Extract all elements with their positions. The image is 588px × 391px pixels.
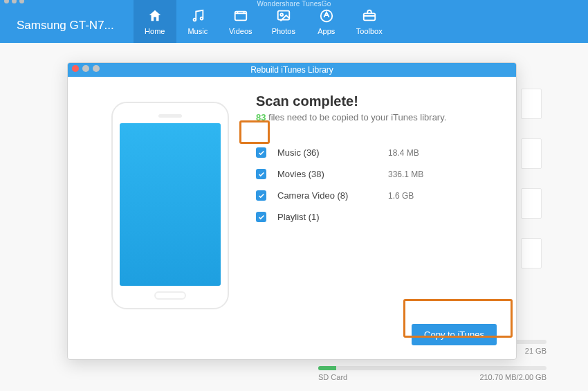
tab-music[interactable]: Music bbox=[176, 0, 219, 43]
item-label: Music (36) bbox=[277, 147, 388, 158]
bg-panel bbox=[521, 238, 542, 269]
bg-panel bbox=[521, 138, 542, 169]
tab-toolbox[interactable]: Toolbox bbox=[348, 0, 391, 43]
storage-value: 21 GB bbox=[525, 347, 546, 355]
svg-point-0 bbox=[193, 19, 196, 21]
item-label: Camera Video (8) bbox=[277, 190, 388, 201]
app-title: Wondershare TunesGo bbox=[257, 0, 331, 8]
svg-point-4 bbox=[280, 13, 283, 16]
photo-icon bbox=[276, 8, 291, 24]
storage-value: 210.70 MB/2.00 GB bbox=[479, 373, 546, 381]
bg-panel bbox=[521, 89, 542, 119]
checkbox-music[interactable] bbox=[256, 147, 266, 158]
phone-preview bbox=[87, 93, 253, 354]
scan-list: Music (36) 18.4 MB Movies (38) 336.1 MB … bbox=[256, 142, 497, 228]
svg-rect-6 bbox=[364, 13, 376, 20]
item-size: 18.4 MB bbox=[388, 148, 419, 158]
storage-sd: SD Card 210.70 MB/2.00 GB bbox=[318, 366, 546, 381]
checkbox-movies[interactable] bbox=[256, 169, 266, 179]
list-item: Music (36) 18.4 MB bbox=[256, 142, 497, 163]
svg-point-1 bbox=[200, 17, 203, 20]
tab-label: Toolbox bbox=[356, 27, 383, 35]
storage-bar-sd bbox=[318, 366, 546, 370]
tab-label: Photos bbox=[272, 27, 295, 35]
tab-label: Music bbox=[187, 27, 208, 35]
item-label: Movies (38) bbox=[277, 169, 388, 179]
checkbox-camera-video[interactable] bbox=[256, 190, 266, 201]
scan-subtext: 83 files need to be copied to your iTune… bbox=[256, 112, 497, 122]
item-size: 1.6 GB bbox=[388, 191, 414, 201]
top-navbar: Wondershare TunesGo Samsung GT-N7... Hom… bbox=[0, 0, 588, 43]
item-label: Playlist (1) bbox=[277, 212, 388, 222]
dialog-rebuild-itunes: Rebuild iTunes Library Scan complete! 83… bbox=[67, 62, 517, 360]
tab-label: Apps bbox=[318, 27, 335, 35]
apps-icon bbox=[319, 8, 334, 24]
phone-mock bbox=[111, 102, 229, 309]
copy-to-itunes-button[interactable]: Copy to iTunes bbox=[412, 324, 497, 345]
scan-heading: Scan complete! bbox=[256, 93, 497, 109]
minimize-icon bbox=[82, 65, 89, 72]
tab-label: Videos bbox=[229, 27, 252, 35]
tab-videos[interactable]: Videos bbox=[219, 0, 262, 43]
tab-home[interactable]: Home bbox=[134, 0, 176, 43]
device-name[interactable]: Samsung GT-N7... bbox=[17, 19, 114, 33]
scan-sub-suffix: files need to be copied to your iTunes l… bbox=[266, 112, 446, 122]
item-size: 336.1 MB bbox=[388, 170, 423, 179]
zoom-icon bbox=[93, 65, 100, 72]
toolbox-icon bbox=[362, 8, 377, 24]
bg-panel bbox=[521, 188, 542, 219]
music-icon bbox=[190, 8, 205, 24]
storage-label: SD Card bbox=[318, 373, 347, 381]
dialog-traffic-lights[interactable] bbox=[72, 65, 100, 72]
close-icon[interactable] bbox=[72, 65, 79, 72]
list-item: Playlist (1) bbox=[256, 206, 497, 228]
checkbox-playlist[interactable] bbox=[256, 212, 266, 222]
tab-label: Home bbox=[145, 27, 165, 35]
list-item: Movies (38) 336.1 MB bbox=[256, 163, 497, 185]
scan-count: 83 bbox=[256, 112, 266, 122]
dialog-title-text: Rebuild iTunes Library bbox=[250, 65, 333, 75]
mac-traffic-lights bbox=[4, 0, 24, 3]
dialog-titlebar: Rebuild iTunes Library bbox=[68, 63, 516, 77]
list-item: Camera Video (8) 1.6 GB bbox=[256, 185, 497, 206]
video-icon bbox=[233, 8, 248, 24]
home-icon bbox=[147, 8, 163, 24]
